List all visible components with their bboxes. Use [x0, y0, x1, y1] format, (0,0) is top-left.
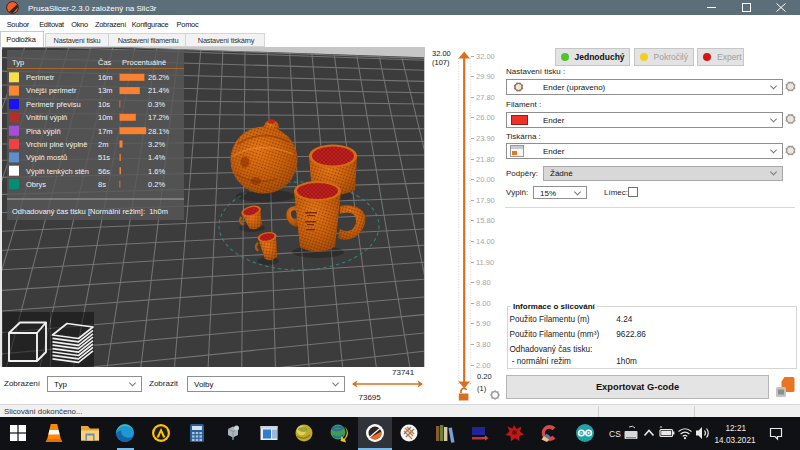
svg-text:Perimetr: Perimetr: [26, 73, 55, 82]
svg-text:Čas: Čas: [98, 58, 112, 67]
svg-text:2m: 2m: [98, 140, 108, 149]
svg-text:51s: 51s: [98, 153, 110, 162]
svg-text:Vnitřní výplň: Vnitřní výplň: [26, 113, 67, 122]
svg-text:Typ: Typ: [12, 58, 24, 67]
svg-text:0.3%: 0.3%: [148, 100, 165, 109]
svg-text:13m: 13m: [98, 86, 113, 95]
svg-text:Vrchní plné výplně: Vrchní plné výplně: [26, 140, 87, 149]
svg-text:0.2%: 0.2%: [148, 180, 165, 189]
svg-text:Procentuálně: Procentuálně: [122, 58, 166, 67]
svg-text:10m: 10m: [98, 113, 113, 122]
svg-text:Perimetr převisu: Perimetr převisu: [26, 100, 81, 109]
svg-text:26.2%: 26.2%: [148, 73, 170, 82]
svg-text:16m: 16m: [98, 73, 113, 82]
svg-text:21.4%: 21.4%: [148, 86, 170, 95]
svg-text:10s: 10s: [98, 100, 110, 109]
svg-text:Výplň tenkých stěn: Výplň tenkých stěn: [26, 167, 89, 176]
svg-text:1.4%: 1.4%: [148, 153, 165, 162]
svg-text:56s: 56s: [98, 167, 110, 176]
svg-text:Vnější perimetr: Vnější perimetr: [26, 86, 77, 95]
svg-text:3.2%: 3.2%: [148, 140, 165, 149]
svg-text:Obrys: Obrys: [26, 180, 46, 189]
svg-text:8s: 8s: [98, 180, 106, 189]
svg-text:Odhadovaný čas tisku [Normální: Odhadovaný čas tisku [Normální režim]: 1…: [12, 207, 168, 216]
svg-text:28.1%: 28.1%: [148, 127, 170, 136]
svg-text:17m: 17m: [98, 127, 113, 136]
svg-text:Výplň mostů: Výplň mostů: [26, 153, 67, 162]
svg-text:1.6%: 1.6%: [148, 167, 165, 176]
svg-text:17.2%: 17.2%: [148, 113, 170, 122]
svg-text:Plná výplň: Plná výplň: [26, 127, 61, 136]
